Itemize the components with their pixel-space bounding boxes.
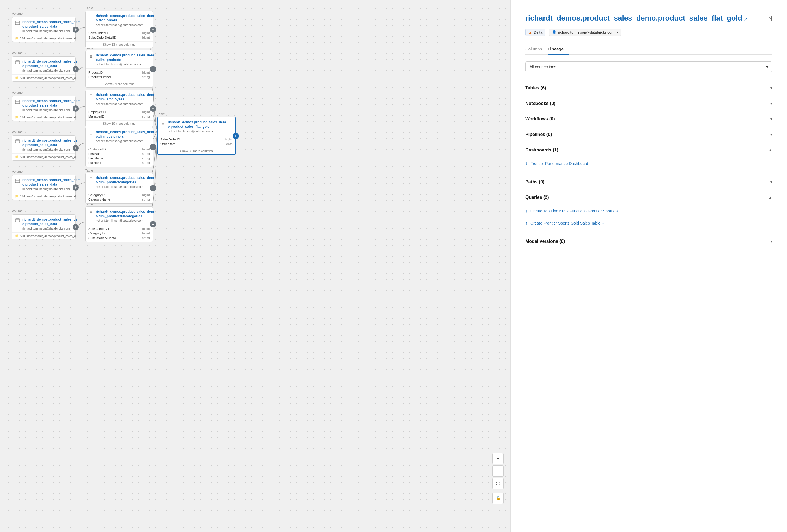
volume-node-1-connector[interactable]: + [72, 26, 79, 33]
volume-node-2-connector[interactable]: + [72, 66, 79, 72]
volume-node-1-owner: richard.tomlinson@databricks.com [22, 29, 81, 33]
table-node-4-title: richardt_demos.product_sales_dem o.dim_c… [96, 130, 154, 139]
table-node-1[interactable]: ⊞ richardt_demos.product_sales_dem o.fac… [85, 11, 153, 48]
table-node-2-connector[interactable]: + [150, 66, 156, 72]
section-tables-title: Tables (6) [525, 86, 546, 91]
zoom-fit-button[interactable]: ⛶ [492, 478, 504, 489]
center-table-node[interactable]: ⊞ richardt_demos.product_sales_dem o.pro… [157, 117, 236, 155]
table-node-4-connector[interactable]: + [150, 144, 156, 150]
delta-label: Delta [534, 30, 542, 35]
title-external-link[interactable]: ↗ [744, 16, 747, 22]
tag-volume-6: Volume [12, 209, 23, 213]
tabs-row: Columns Lineage [525, 44, 772, 55]
table-node-1-columns: SalesOrderIDbigint SalesOrderDetailIDbig… [86, 29, 153, 42]
section-queries-header[interactable]: Queries (2) ▲ [525, 190, 772, 205]
table-node-3-columns: EmployeeIDbigint ManagerIDstring [86, 108, 153, 120]
volume-node-6-path: 📁/Volumes/richardt_demos/product_sales_d… [12, 232, 76, 239]
table-node-6-connector[interactable]: + [150, 221, 156, 227]
delta-badge[interactable]: ▲ Delta [525, 29, 545, 36]
tag-volume-1: Volume [12, 12, 23, 15]
tag-volume-4: Volume [12, 130, 23, 134]
dashboard-item-1-label: Frontier Performance Dashboard [530, 161, 588, 166]
section-paths: Paths (0) ▾ [525, 174, 772, 190]
expand-panel-button[interactable]: ›| [769, 15, 772, 21]
owner-label: richard.tomlinson@databricks.com [558, 30, 615, 35]
section-tables: Tables (6) ▾ [525, 80, 772, 96]
section-queries-chevron: ▲ [768, 195, 772, 200]
table-node-6-columns: SubCategoryIDbigint CategoryIDbigint Sub… [86, 224, 153, 242]
delta-icon: ▲ [528, 30, 532, 35]
section-dashboards-chevron: ▲ [768, 148, 772, 152]
section-notebooks-header[interactable]: Notebooks (0) ▾ [525, 96, 772, 111]
section-workflows-header[interactable]: Workflows (0) ▾ [525, 111, 772, 127]
table-node-2-columns: ProductIDbigint ProductNumberstring [86, 68, 153, 81]
query-item-2-label: Create Frontier Sports Gold Sales Table … [530, 221, 604, 225]
volume-node-4-title: richardt_demos.product_sales_dem o.produ… [22, 138, 81, 147]
section-pipelines-header[interactable]: Pipelines (0) ▾ [525, 127, 772, 142]
volume-node-6[interactable]: richardt_demos.product_sales_dem o.produ… [12, 214, 76, 240]
tag-center-table: Table [157, 112, 165, 116]
lineage-graph[interactable]: Volume Volume Volume Volume Volume Volum… [0, 0, 510, 532]
lock-button[interactable]: 🔒 [492, 492, 504, 504]
connection-filter[interactable]: All connections ▾ [525, 62, 772, 72]
table-node-3-connector[interactable]: + [150, 106, 156, 112]
table-icon-3: ⊞ [88, 93, 93, 98]
center-table-show-more[interactable]: Show 30 more columns [157, 148, 235, 154]
queries-content: ↓ Create Top Line KPI's Function - Front… [525, 205, 772, 234]
table-icon-4: ⊞ [88, 130, 93, 135]
volume-node-6-connector[interactable]: + [72, 224, 79, 230]
page-title: richardt_demos.product_sales_demo.produc… [525, 14, 742, 23]
svg-rect-4 [15, 100, 20, 104]
query-item-1-icon: ↓ [525, 208, 528, 214]
table-node-3-owner: richard.tomlinson@databricks.com [96, 102, 154, 106]
table-node-5[interactable]: ⊞ richardt_demos.product_sales_dem o.dim… [85, 173, 153, 204]
tab-columns[interactable]: Columns [525, 44, 548, 55]
table-node-6[interactable]: ⊞ richardt_demos.product_sales_dem o.dim… [85, 206, 153, 242]
zoom-out-button[interactable]: − [492, 465, 504, 477]
owner-chevron: ▾ [616, 30, 618, 35]
volume-node-5-connector[interactable]: + [72, 184, 79, 191]
center-table-columns: SalesOrderIDbigint OrderDatedate [157, 135, 235, 148]
query-item-1[interactable]: ↓ Create Top Line KPI's Function - Front… [525, 205, 772, 217]
section-paths-chevron: ▾ [770, 180, 772, 184]
volume-node-1[interactable]: richardt_demos.product_sales_dem o.produ… [12, 17, 76, 42]
owner-badge[interactable]: 👤 richard.tomlinson@databricks.com ▾ [549, 29, 621, 36]
tag-table-1: Table [85, 6, 93, 9]
center-table-connector[interactable]: + [233, 133, 239, 139]
volume-node-4[interactable]: richardt_demos.product_sales_dem o.produ… [12, 135, 76, 160]
tab-lineage[interactable]: Lineage [548, 44, 569, 55]
dashboard-item-1[interactable]: ↓ Frontier Performance Dashboard [525, 158, 772, 170]
table-node-6-owner: richard.tomlinson@databricks.com [96, 219, 154, 222]
section-dashboards-header[interactable]: Dashboards (1) ▲ [525, 142, 772, 158]
table-node-1-owner: richard.tomlinson@databricks.com [96, 23, 154, 26]
meta-row: ▲ Delta 👤 richard.tomlinson@databricks.c… [525, 29, 772, 36]
volume-node-3[interactable]: richardt_demos.product_sales_dem o.produ… [12, 96, 76, 121]
table-node-2-show-more[interactable]: Show 6 more columns [86, 81, 153, 87]
section-tables-header[interactable]: Tables (6) ▾ [525, 81, 772, 96]
table-node-5-connector[interactable]: + [150, 185, 156, 191]
volume-node-5[interactable]: richardt_demos.product_sales_dem o.produ… [12, 175, 76, 200]
query-item-1-label: Create Top Line KPI's Function - Frontie… [530, 209, 618, 213]
volume-node-2[interactable]: richardt_demos.product_sales_dem o.produ… [12, 57, 76, 82]
section-queries: Queries (2) ▲ ↓ Create Top Line KPI's Fu… [525, 190, 772, 234]
table-node-3[interactable]: ⊞ richardt_demos.product_sales_dem o.dim… [85, 90, 153, 127]
volume-node-4-connector[interactable]: + [72, 145, 79, 151]
section-model-versions-header[interactable]: Model versions (0) ▾ [525, 234, 772, 249]
volume-node-5-path: 📁/Volumes/richardt_demos/product_sales_d… [12, 193, 76, 200]
owner-icon: 👤 [552, 30, 556, 35]
volume-node-3-connector[interactable]: + [72, 106, 79, 112]
query-item-2[interactable]: ↑ Create Frontier Sports Gold Sales Tabl… [525, 217, 772, 229]
table-node-5-columns: CategoryIDbigint CategoryNamestring [86, 191, 153, 203]
table-node-2-title: richardt_demos.product_sales_dem o.dim_p… [96, 53, 154, 62]
table-node-3-show-more[interactable]: Show 10 more columns [86, 120, 153, 127]
table-node-1-show-more[interactable]: Show 13 more columns [86, 42, 153, 48]
table-node-1-connector[interactable]: + [150, 26, 156, 33]
center-table-icon: ⊞ [160, 120, 165, 126]
section-paths-header[interactable]: Paths (0) ▾ [525, 174, 772, 190]
tag-volume-5: Volume [12, 170, 23, 173]
zoom-in-button[interactable]: + [492, 453, 504, 464]
table-node-4[interactable]: ⊞ richardt_demos.product_sales_dem o.dim… [85, 127, 153, 167]
table-node-2[interactable]: ⊞ richardt_demos.product_sales_dem o.dim… [85, 50, 153, 88]
table-node-4-columns: CustomerIDbigint FirstNamestring LastNam… [86, 145, 153, 167]
volume-node-4-owner: richard.tomlinson@databricks.com [22, 148, 81, 151]
